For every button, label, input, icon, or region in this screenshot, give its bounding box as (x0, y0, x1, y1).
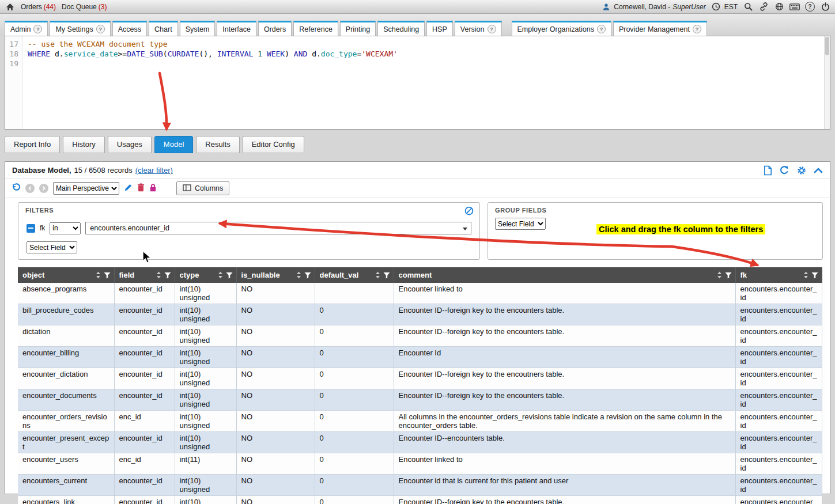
nav-tab-access[interactable]: Access (112, 21, 147, 36)
table-row[interactable]: encounters_linkencounter_idint(10) unsig… (18, 496, 822, 504)
column-header-comment[interactable]: comment (394, 267, 735, 283)
refresh-icon[interactable] (779, 165, 789, 176)
column-header-ctype[interactable]: ctype (175, 267, 236, 283)
nav-tab-version[interactable]: Version? (455, 21, 502, 36)
table-row[interactable]: encounter_dictationencounter_idint(10) u… (18, 368, 822, 389)
globe-icon[interactable] (774, 2, 784, 12)
add-filter-field-select[interactable]: Select Field (27, 241, 77, 253)
nav-tab-scheduling[interactable]: Scheduling (377, 21, 425, 36)
help-icon[interactable]: ? (805, 2, 815, 12)
tab-editor-config[interactable]: Editor Config (243, 136, 304, 153)
sort-icon[interactable] (375, 271, 380, 279)
cell-default-val: 0 (315, 453, 394, 475)
editor-code[interactable]: -- use the WCEXAM document typeWHERE d.s… (23, 36, 824, 129)
column-header-field[interactable]: field (114, 267, 175, 283)
sort-icon[interactable] (296, 271, 301, 279)
tab-usages[interactable]: Usages (108, 136, 152, 153)
table-row[interactable]: bill_procedure_codesencounter_idint(10) … (18, 304, 822, 325)
sort-icon[interactable] (218, 271, 223, 279)
nav-tab-chart[interactable]: Chart (149, 21, 178, 36)
sort-icon[interactable] (156, 271, 161, 279)
filter-operator-select[interactable]: in (50, 222, 81, 234)
filter-funnel-icon[interactable] (811, 272, 818, 279)
filter-funnel-icon[interactable] (383, 272, 390, 279)
column-header-object[interactable]: object (18, 267, 114, 283)
tab-history[interactable]: History (63, 136, 104, 153)
lock-icon[interactable] (149, 183, 157, 194)
edit-pencil-icon[interactable] (124, 183, 133, 194)
new-document-icon[interactable] (764, 165, 772, 176)
clear-filter-link[interactable]: (clear filter) (135, 166, 173, 175)
tab-results[interactable]: Results (196, 136, 239, 153)
link-icon[interactable] (758, 2, 769, 12)
filter-value-combobox[interactable]: encounters.encounter_id (85, 222, 471, 234)
database-model-panel: Database Model, 15 / 6508 records (clear… (5, 161, 830, 494)
keyboard-icon[interactable] (789, 2, 800, 12)
cell-is-nullable: NO (236, 304, 315, 325)
home-icon[interactable] (5, 2, 15, 12)
column-header-fk[interactable]: fk (735, 267, 822, 283)
filter-funnel-icon[interactable] (304, 272, 311, 279)
columns-button[interactable]: Columns (176, 181, 229, 195)
nav-tab-admin[interactable]: Admin? (5, 21, 48, 36)
table-row[interactable]: absence_programsencounter_idint(10) unsi… (18, 283, 822, 304)
column-header-is-nullable[interactable]: is_nullable (236, 267, 315, 283)
table-row[interactable]: dictationencounter_idint(10) unsignedNO0… (18, 325, 822, 347)
doc-queue-link[interactable]: Doc Queue(3) (62, 3, 107, 11)
nav-tab-reference[interactable]: Reference (293, 21, 338, 36)
history-back-icon[interactable] (25, 184, 35, 193)
nav-tab-my-settings[interactable]: My Settings? (50, 21, 110, 36)
table-row[interactable]: encounter_present_exceptencounter_idint(… (18, 432, 822, 453)
power-icon[interactable] (820, 2, 830, 12)
column-header-default-val[interactable]: default_val (315, 267, 394, 283)
filter-funnel-icon[interactable] (226, 272, 233, 279)
perspective-select[interactable]: Main Perspective (53, 182, 119, 195)
remove-filter-button[interactable] (27, 224, 35, 233)
filter-funnel-icon[interactable] (104, 272, 111, 279)
nav-tab-provider-management[interactable]: Provider Management? (613, 21, 707, 36)
delete-trash-icon[interactable] (137, 183, 145, 194)
search-icon[interactable] (743, 2, 753, 12)
collapse-panel-icon[interactable] (814, 167, 823, 173)
user-menu[interactable]: Cornewell, David - SuperUser (601, 2, 705, 12)
sort-icon[interactable] (96, 271, 101, 279)
nav-tab-hsp[interactable]: HSP (426, 21, 453, 36)
cell-is-nullable: NO (236, 368, 315, 389)
history-forward-icon[interactable] (39, 184, 48, 193)
table-row[interactable]: encounters_currentencounter_idint(10) un… (18, 475, 822, 496)
tab-report-info[interactable]: Report Info (5, 136, 60, 153)
orders-link[interactable]: Orders(44) (21, 3, 56, 11)
disable-filters-icon[interactable] (464, 206, 474, 218)
cell-field: encounter_id (114, 432, 175, 453)
help-icon[interactable]: ? (96, 25, 105, 33)
timezone-label[interactable]: EST (724, 3, 738, 11)
filter-value-text: encounters.encounter_id (90, 224, 169, 232)
table-row[interactable]: encounter_usersenc_idint(11)NO0Encounter… (18, 453, 822, 475)
filter-funnel-icon[interactable] (725, 272, 732, 279)
undo-icon[interactable] (11, 183, 21, 195)
filter-funnel-icon[interactable] (164, 272, 171, 279)
sql-editor[interactable]: 171819 -- use the WCEXAM document typeWH… (5, 36, 830, 130)
sort-icon[interactable] (803, 271, 808, 279)
nav-tab-employer-organizations[interactable]: Employer Organizations? (512, 21, 611, 36)
nav-tab-printing[interactable]: Printing (340, 21, 376, 36)
table-row[interactable]: encounter_orders_revisionsenc_idint(10) … (18, 411, 822, 432)
cell-default-val: 0 (315, 368, 394, 389)
help-icon[interactable]: ? (597, 25, 606, 33)
help-icon[interactable]: ? (33, 25, 42, 33)
editor-scrollbar[interactable] (824, 36, 830, 129)
gear-icon[interactable] (796, 165, 807, 176)
code-token: >= (118, 50, 127, 58)
help-icon[interactable]: ? (488, 25, 496, 33)
nav-tab-system[interactable]: System (180, 21, 216, 36)
help-icon[interactable]: ? (693, 25, 701, 33)
editor-scrollbar-thumb[interactable] (825, 37, 829, 55)
nav-tab-orders[interactable]: Orders (258, 21, 292, 36)
nav-tab-interface[interactable]: Interface (217, 21, 256, 36)
sort-icon[interactable] (717, 271, 722, 279)
group-field-select[interactable]: Select Field (495, 218, 546, 230)
table-row[interactable]: encounter_documentsencounter_idint(10) u… (18, 389, 822, 411)
tab-model[interactable]: Model (154, 136, 193, 153)
clock-icon[interactable] (711, 2, 721, 12)
table-row[interactable]: encounter_billingencounter_idint(10) uns… (18, 347, 822, 368)
